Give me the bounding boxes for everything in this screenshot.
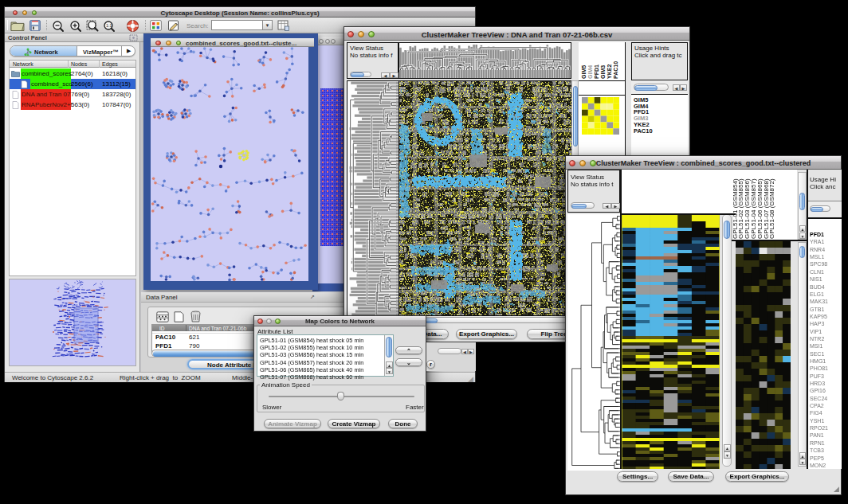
svg-text:PFD1: PFD1 <box>594 64 599 79</box>
svg-text:1:1: 1:1 <box>106 23 112 28</box>
svg-text:PAC10: PAC10 <box>613 61 618 79</box>
svg-text:GIM4: GIM4 <box>587 65 593 79</box>
svg-text:GIM5: GIM5 <box>581 65 587 79</box>
svg-text:GIM3: GIM3 <box>600 65 606 79</box>
svg-text:GPL51-08 (GSM872): GPL51-08 (GSM872) <box>768 178 775 239</box>
svg-text:YKE2: YKE2 <box>607 64 612 79</box>
